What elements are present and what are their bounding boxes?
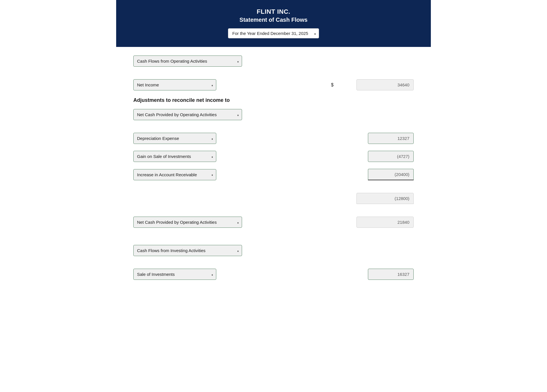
- net-cash-op-select-wrapper-1[interactable]: Net Cash Provided by Operating Activitie…: [133, 109, 242, 120]
- adjustments-label: Adjustments to reconcile net income to: [133, 97, 414, 103]
- gap4: [133, 211, 414, 217]
- net-income-total-col: 34640: [354, 79, 414, 90]
- gain-amount-col: (4727): [365, 151, 414, 162]
- page-wrapper: FLINT INC. Statement of Cash Flows For t…: [116, 0, 431, 304]
- net-cash-op-row-1: Net Cash Provided by Operating Activitie…: [133, 109, 414, 120]
- statement-title: Statement of Cash Flows: [122, 17, 425, 23]
- sale-investments-select[interactable]: Sale of Investments: [133, 269, 216, 280]
- gain-select[interactable]: Gain on Sale of Investments: [133, 151, 216, 162]
- net-income-row: Net Income $ 34640: [133, 79, 414, 90]
- dollar-sign-net-income: $: [331, 82, 334, 88]
- operating-header-row: Cash Flows from Operating Activities: [133, 56, 414, 67]
- depreciation-select-wrapper[interactable]: Depreciation Expense: [133, 133, 216, 144]
- investing-header-select-wrapper[interactable]: Cash Flows from Investing Activities: [133, 245, 242, 256]
- net-income-select[interactable]: Net Income: [133, 79, 216, 90]
- net-income-label-col: Net Income: [133, 79, 216, 90]
- net-cash-op-select-1[interactable]: Net Cash Provided by Operating Activitie…: [133, 109, 242, 120]
- depreciation-row: Depreciation Expense 12327: [133, 133, 414, 144]
- net-income-value[interactable]: 34640: [356, 79, 414, 90]
- sale-investments-row: Sale of Investments 16327: [133, 269, 414, 280]
- depreciation-amounts: 12327: [365, 133, 414, 144]
- net-cash-op-row-2: Net Cash Provided by Operating Activitie…: [133, 217, 414, 228]
- increase-ar-label-col: Increase in Account Receivable: [133, 169, 216, 180]
- subtotal-total-col: (12800): [354, 193, 414, 204]
- net-cash-op-amounts-2: 21840: [345, 217, 414, 228]
- net-cash-op-select-wrapper-2[interactable]: Net Cash Provided by Operating Activitie…: [133, 217, 242, 228]
- gap3: [133, 187, 414, 193]
- subtotal-row: (12800): [133, 193, 414, 204]
- operating-header-select-wrapper[interactable]: Cash Flows from Operating Activities: [133, 56, 242, 67]
- increase-ar-amount-col: (20400): [365, 169, 414, 180]
- increase-ar-value[interactable]: (20400): [368, 169, 414, 180]
- sale-investments-amounts: 16327: [365, 269, 414, 280]
- increase-ar-select[interactable]: Increase in Account Receivable: [133, 169, 216, 180]
- net-income-amounts: $ 34640: [328, 79, 414, 90]
- year-select-wrapper[interactable]: For the Year Ended December 31, 2025 For…: [228, 28, 319, 38]
- gap2: [133, 127, 414, 133]
- investing-header-select[interactable]: Cash Flows from Investing Activities: [133, 245, 242, 256]
- gain-row: Gain on Sale of Investments (4727): [133, 151, 414, 162]
- operating-header-select[interactable]: Cash Flows from Operating Activities: [133, 56, 242, 67]
- depreciation-value[interactable]: 12327: [368, 133, 414, 144]
- year-select[interactable]: For the Year Ended December 31, 2025 For…: [228, 28, 319, 38]
- company-name: FLINT INC.: [122, 8, 425, 15]
- subtotal-value[interactable]: (12800): [356, 193, 414, 204]
- net-income-select-wrapper[interactable]: Net Income: [133, 79, 216, 90]
- gap5: [133, 235, 414, 245]
- gain-amounts: (4727): [365, 151, 414, 162]
- increase-ar-amounts: (20400): [365, 169, 414, 180]
- sale-investments-amount-col: 16327: [365, 269, 414, 280]
- sale-investments-value[interactable]: 16327: [368, 269, 414, 280]
- increase-ar-row: Increase in Account Receivable (20400): [133, 169, 414, 180]
- depreciation-select[interactable]: Depreciation Expense: [133, 133, 216, 144]
- subtotal-amounts: (12800): [336, 193, 414, 204]
- net-cash-op-label-col-2: Net Cash Provided by Operating Activitie…: [133, 217, 242, 228]
- sale-investments-label-col: Sale of Investments: [133, 269, 216, 280]
- net-cash-op-total-col-2: 21840: [354, 217, 414, 228]
- gain-value[interactable]: (4727): [368, 151, 414, 162]
- content-area: Cash Flows from Operating Activities Net…: [116, 47, 431, 304]
- header: FLINT INC. Statement of Cash Flows For t…: [116, 0, 431, 47]
- gap1: [133, 74, 414, 79]
- sale-investments-select-wrapper[interactable]: Sale of Investments: [133, 269, 216, 280]
- gain-select-wrapper[interactable]: Gain on Sale of Investments: [133, 151, 216, 162]
- increase-ar-select-wrapper[interactable]: Increase in Account Receivable: [133, 169, 216, 180]
- net-cash-op-select-2[interactable]: Net Cash Provided by Operating Activitie…: [133, 217, 242, 228]
- depreciation-label-col: Depreciation Expense: [133, 133, 216, 144]
- depreciation-amount-col: 12327: [365, 133, 414, 144]
- net-cash-op-value-2[interactable]: 21840: [356, 217, 414, 228]
- gain-label-col: Gain on Sale of Investments: [133, 151, 216, 162]
- investing-header-row: Cash Flows from Investing Activities: [133, 245, 414, 256]
- gap6: [133, 263, 414, 269]
